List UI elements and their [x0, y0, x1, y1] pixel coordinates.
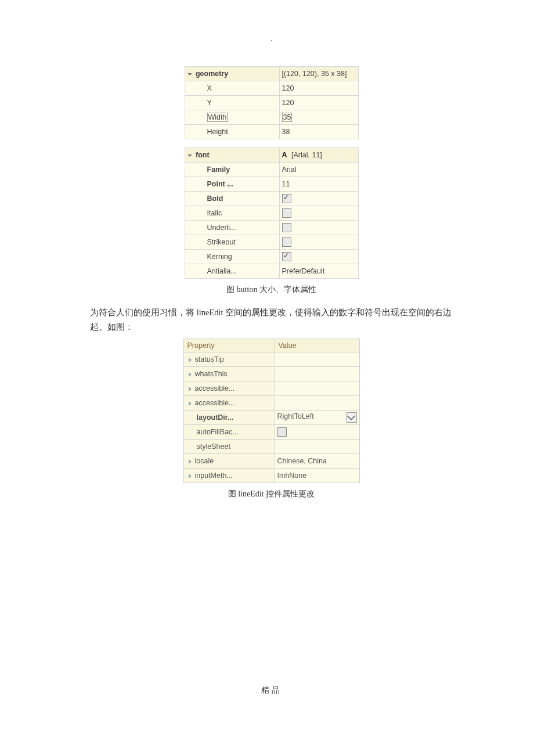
prop-x-label[interactable]: X	[185, 81, 279, 96]
font-family-label[interactable]: Family	[185, 163, 279, 177]
col-header-property[interactable]: Property	[183, 339, 275, 352]
expand-icon[interactable]	[189, 474, 192, 478]
prop-x-value[interactable]: 120	[279, 81, 358, 96]
row-autofillbg-label[interactable]: autoFillBac...	[183, 425, 275, 440]
font-bold-checkbox[interactable]	[279, 192, 358, 206]
font-italic-checkbox[interactable]	[279, 206, 358, 221]
row-locale-value[interactable]: Chinese, China	[275, 454, 359, 469]
font-strikeout-label[interactable]: Strikeout	[185, 235, 279, 250]
expand-icon[interactable]	[189, 358, 192, 362]
checkbox-icon[interactable]	[277, 427, 287, 437]
expand-icon[interactable]	[189, 387, 192, 391]
font-header-label[interactable]: font	[185, 148, 279, 163]
reset-icon[interactable]	[347, 412, 357, 423]
font-underline-label[interactable]: Underli...	[185, 221, 279, 235]
checkbox-icon[interactable]	[282, 194, 291, 203]
font-point-value[interactable]: 11	[279, 177, 358, 192]
paragraph-lineedit: 为符合人们的使用习惯，将 lineEdit 空间的属性更改，使得输入的数字和符号…	[90, 305, 453, 334]
row-whatsthis-label[interactable]: whatsThis	[183, 367, 275, 381]
font-kerning-label[interactable]: Kerning	[185, 250, 279, 264]
row-accessible1-label[interactable]: accessible...	[183, 381, 275, 396]
row-statustip-label[interactable]: statusTip	[183, 352, 275, 367]
row-locale-label[interactable]: locale	[183, 454, 275, 469]
font-family-value[interactable]: Arial	[279, 163, 358, 177]
prop-height-value[interactable]: 38	[279, 125, 358, 139]
expand-icon[interactable]	[187, 154, 192, 157]
row-whatsthis-value[interactable]	[275, 367, 359, 381]
row-accessible1-value[interactable]	[275, 381, 359, 396]
font-bold-label[interactable]: Bold	[185, 192, 279, 206]
font-underline-checkbox[interactable]	[279, 221, 358, 235]
font-icon: A	[282, 151, 287, 159]
checkbox-icon[interactable]	[282, 252, 291, 261]
font-header-value[interactable]: A [Arial, 11]	[279, 148, 358, 163]
expand-icon[interactable]	[189, 372, 192, 377]
font-antialias-label[interactable]: Antialia...	[185, 264, 279, 279]
page-footer: 精品	[90, 685, 453, 696]
font-point-label[interactable]: Point ...	[185, 177, 279, 192]
geometry-header-value[interactable]: [(120, 120), 35 x 38]	[279, 67, 358, 81]
row-layoutdir-label[interactable]: layoutDir...	[183, 411, 275, 425]
geometry-property-grid: geometry [(120, 120), 35 x 38] X120 Y120…	[185, 66, 359, 139]
row-accessible2-label[interactable]: accessible...	[183, 396, 275, 411]
checkbox-icon[interactable]	[282, 237, 291, 247]
font-italic-label[interactable]: Italic	[185, 206, 279, 221]
caption-button-props: 图 button 大小、字体属性	[90, 285, 453, 295]
prop-y-value[interactable]: 120	[279, 96, 358, 110]
row-stylesheet-label[interactable]: styleSheet	[183, 440, 275, 454]
expand-icon[interactable]	[189, 459, 192, 464]
font-antialias-value[interactable]: PreferDefault	[279, 264, 358, 279]
geometry-header-label[interactable]: geometry	[185, 67, 279, 81]
row-inputmeth-value[interactable]: ImhNone	[275, 469, 359, 483]
row-autofillbg-checkbox[interactable]	[275, 425, 359, 440]
font-kerning-checkbox[interactable]	[279, 250, 358, 264]
lineedit-property-table: Property Value statusTip whatsThis acces…	[183, 339, 360, 483]
checkbox-icon[interactable]	[282, 208, 291, 218]
page-dot: .	[90, 35, 453, 43]
row-stylesheet-value[interactable]	[275, 440, 359, 454]
row-inputmeth-label[interactable]: inputMeth...	[183, 469, 275, 483]
prop-height-label[interactable]: Height	[185, 125, 279, 139]
prop-width-label[interactable]: Width	[185, 110, 279, 125]
font-strikeout-checkbox[interactable]	[279, 235, 358, 250]
row-layoutdir-value[interactable]: RightToLeft	[275, 411, 359, 425]
row-accessible2-value[interactable]	[275, 396, 359, 411]
expand-icon[interactable]	[187, 73, 192, 75]
caption-lineedit-props: 图 lineEdit 控件属性更改	[90, 489, 453, 499]
prop-y-label[interactable]: Y	[185, 96, 279, 110]
col-header-value[interactable]: Value	[275, 339, 359, 352]
prop-width-value[interactable]: 35	[279, 110, 358, 125]
font-property-grid: font A [Arial, 11] FamilyArial Point ...…	[185, 147, 359, 279]
row-statustip-value[interactable]	[275, 352, 359, 367]
expand-icon[interactable]	[189, 401, 192, 406]
checkbox-icon[interactable]	[282, 223, 291, 232]
